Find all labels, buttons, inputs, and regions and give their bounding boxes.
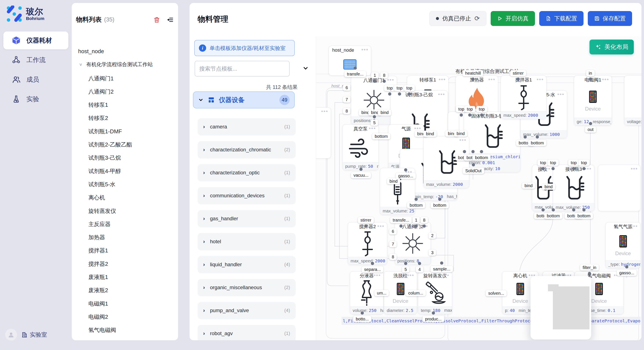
graph-node-真空泵[interactable]: 真空泵•••pump_rate: 50max_vacuum: 0.1 <box>342 124 379 170</box>
port-handle[interactable] <box>388 93 392 96</box>
port-handle[interactable] <box>524 136 527 139</box>
tree-item[interactable]: 电磁阀1 <box>72 298 178 309</box>
port-label[interactable]: bottom <box>372 133 390 140</box>
category-communication_devices[interactable]: ›communication_devices(1) <box>198 187 296 204</box>
port-label[interactable]: bottom <box>575 213 593 219</box>
port-label[interactable]: 2 <box>428 233 436 239</box>
port-label[interactable]: 8 <box>389 254 396 260</box>
port-label[interactable]: colum... <box>406 290 426 296</box>
node-menu-icon[interactable]: ••• <box>438 91 445 98</box>
graph-node[interactable]: ••• <box>316 107 331 159</box>
category-gas_handler[interactable]: ›gas_handler(1) <box>198 210 296 227</box>
port-label[interactable]: bind <box>454 131 467 137</box>
port-handle[interactable] <box>588 272 591 275</box>
port-handle[interactable] <box>463 150 466 153</box>
node-menu-icon[interactable]: ••• <box>631 166 638 172</box>
port-label[interactable]: bottom <box>430 202 449 208</box>
port-handle[interactable] <box>373 80 376 83</box>
port-label[interactable]: top <box>476 106 487 112</box>
graph-node-搅拌器1[interactable]: 搅拌器1•••max_speed: 2000 <box>501 75 546 119</box>
port-label[interactable]: heatchill <box>462 70 483 76</box>
port-label[interactable]: transfe... <box>344 71 366 77</box>
category-organic_miscellaneous[interactable]: ›organic_miscellaneous(2) <box>198 279 296 296</box>
node-menu-icon[interactable]: ••• <box>442 272 449 279</box>
port-label[interactable]: 5 <box>402 266 409 273</box>
tree-item[interactable]: 电磁阀2 <box>72 311 178 322</box>
tree-item[interactable]: 试剂瓶1-DMF <box>72 126 178 137</box>
tree-group-workstation[interactable]: ∨有机化学流程综合测试工作站 <box>72 59 178 70</box>
port-label[interactable]: 8 <box>420 217 428 223</box>
port-label[interactable]: bottom <box>528 140 546 146</box>
port-handle[interactable] <box>625 265 628 269</box>
port-label[interactable]: 7 <box>389 241 396 247</box>
port-handle[interactable] <box>472 78 475 81</box>
category-hotel[interactable]: ›hotel(1) <box>198 233 296 250</box>
port-label[interactable]: bind <box>522 183 535 189</box>
tree-item[interactable]: 搅拌器1 <box>72 245 178 256</box>
node-menu-icon[interactable]: ••• <box>369 125 376 132</box>
port-handle[interactable] <box>468 114 472 117</box>
port-label[interactable]: 1 <box>371 72 378 78</box>
tree-item[interactable]: 加热器 <box>72 232 178 243</box>
graph-node[interactable]: •••max_volume: 2000 <box>423 136 469 188</box>
port-label[interactable]: 7 <box>343 97 350 103</box>
graph-node-固体试剂瓶3-氯化镁[interactable]: 固体试剂瓶3-氯化镁•••agent: magnesium_chlorideec… <box>464 112 520 172</box>
node-menu-icon[interactable]: ••• <box>602 76 609 83</box>
tree-item[interactable]: 废液瓶1 <box>72 272 178 283</box>
graph-node-电磁阀1[interactable]: 电磁阀1•••Devicege: 12response_time: 0.1 <box>574 75 612 126</box>
tree-item[interactable]: 转移泵2 <box>72 113 178 124</box>
node-menu-icon[interactable]: ••• <box>362 46 368 53</box>
graph-node-氢气气源[interactable]: 氢气气源•••Device_type: hydrogenmax_pre <box>606 222 640 268</box>
node-menu-icon[interactable]: ••• <box>584 166 592 172</box>
port-label[interactable]: bottom <box>472 155 490 161</box>
sidebar-item-flow[interactable]: 工作流 <box>4 51 68 69</box>
port-label[interactable]: produc... <box>422 316 444 322</box>
port-label[interactable]: 4 <box>416 266 423 273</box>
tree-item[interactable]: 试剂瓶4-甲醇 <box>72 166 178 177</box>
port-label[interactable]: top <box>384 85 395 91</box>
port-handle[interactable] <box>408 93 411 96</box>
download-config-button[interactable]: 下载配置 <box>539 11 584 26</box>
tree-item[interactable]: 真空泵 <box>72 338 178 340</box>
tree-item[interactable]: 氢气电磁阀 <box>72 325 178 336</box>
refresh-icon[interactable]: ⟳ <box>474 15 480 22</box>
port-handle[interactable] <box>418 262 421 265</box>
port-handle[interactable] <box>582 167 586 170</box>
port-label[interactable]: gasso... <box>617 270 637 276</box>
category-pump_and_valve[interactable]: ›pump_and_valve(4) <box>198 302 296 319</box>
port-label[interactable]: top <box>394 85 405 91</box>
node-menu-icon[interactable]: ••• <box>439 76 446 83</box>
sidebar-item-cube[interactable]: 仪器耗材 <box>4 31 68 49</box>
port-label[interactable]: um... <box>374 290 389 296</box>
port-label[interactable]: 3 <box>428 250 436 256</box>
node-menu-icon[interactable]: ••• <box>387 77 394 83</box>
simulation-status-pill[interactable]: 仿真已停止 ⟳ <box>429 11 486 26</box>
port-handle[interactable] <box>536 136 539 139</box>
port-handle[interactable] <box>364 224 368 228</box>
graph-node-接收瓶3[interactable]: 接收瓶3•••max_volume: 250 <box>553 165 594 211</box>
tree-item-root[interactable]: host_node <box>72 46 178 57</box>
port-handle[interactable] <box>383 80 386 83</box>
node-menu-icon[interactable]: ••• <box>488 76 495 83</box>
port-label[interactable]: top <box>568 160 579 166</box>
port-handle[interactable] <box>423 224 426 228</box>
port-handle[interactable] <box>371 262 374 265</box>
port-label[interactable]: bottom <box>407 202 425 208</box>
graph-canvas[interactable]: 美化布局 有机化学流程综合测试工作站 l,FilterProtocol,Clea… <box>316 37 642 340</box>
port-handle[interactable] <box>582 208 586 212</box>
graph-node[interactable]: •••voltage: 12 <box>624 75 642 126</box>
save-config-button[interactable]: 保存配置 <box>588 11 632 26</box>
port-handle[interactable] <box>552 208 555 212</box>
tree-item[interactable]: 八通阀门1 <box>72 73 178 84</box>
port-label[interactable]: botto... <box>353 316 371 322</box>
category-camera[interactable]: ›camera(1) <box>198 118 296 135</box>
port-handle[interactable] <box>440 262 444 265</box>
tree-item[interactable]: 主反应器 <box>72 219 178 230</box>
port-label[interactable]: top <box>404 85 415 91</box>
port-handle[interactable] <box>517 78 520 81</box>
port-label[interactable]: out <box>585 127 596 133</box>
tree-item[interactable]: 试剂瓶2-乙酸乙酯 <box>72 139 178 150</box>
graph-node-八通阀门2[interactable]: 八通阀门2•••positions: 8 <box>394 222 431 265</box>
port-label[interactable]: bind <box>542 184 555 190</box>
port-handle[interactable] <box>460 114 463 117</box>
